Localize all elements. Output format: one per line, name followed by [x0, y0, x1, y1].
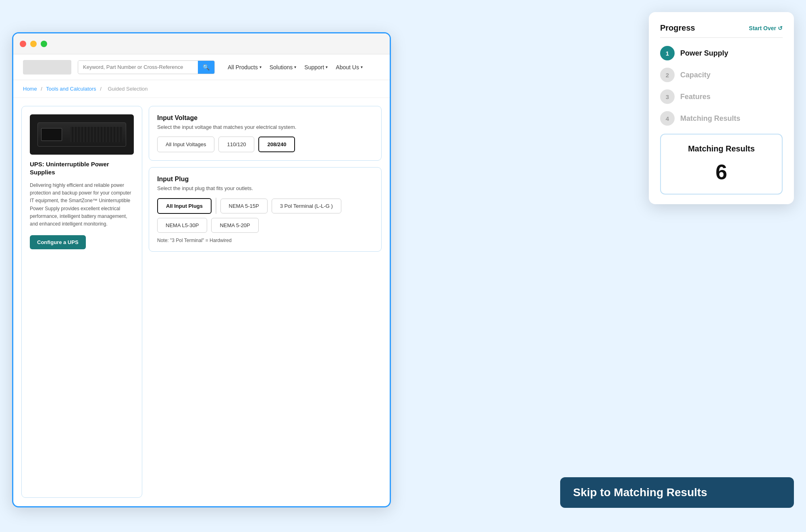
progress-steps: 1 Power Supply 2 Capacity 3 Features 4 M…: [660, 46, 783, 126]
search-bar: 🔍: [78, 60, 215, 74]
search-input[interactable]: [78, 61, 198, 73]
dot-red[interactable]: [20, 41, 26, 47]
step-circle-4: 4: [660, 111, 675, 126]
plug-all-btn[interactable]: All Input Plugs: [157, 198, 212, 214]
input-voltage-section: Input Voltage Select the input voltage t…: [149, 106, 382, 161]
step-circle-1: 1: [660, 46, 675, 60]
plug-3pol-btn[interactable]: 3 Pol Terminal (L-L-G ): [272, 199, 341, 213]
step-4[interactable]: 4 Matching Results: [660, 111, 783, 126]
product-title: UPS: Uninterruptible Power Supplies: [30, 160, 134, 176]
ups-device-image: [37, 122, 126, 147]
product-card: UPS: Uninterruptible Power Supplies Deli…: [21, 106, 142, 498]
plug-row-2: NEMA L5-30P NEMA 5-20P: [157, 218, 373, 233]
product-description: Delivering highly efficient and reliable…: [30, 182, 134, 228]
plug-options: All Input Plugs NEMA 5-15P 3 Pol Termina…: [157, 198, 373, 233]
input-plug-section: Input Plug Select the input plug that fi…: [149, 167, 382, 252]
step-label-1: Power Supply: [680, 49, 728, 58]
plug-nema520p-btn[interactable]: NEMA 5-20P: [211, 218, 258, 233]
progress-title: Progress: [660, 23, 695, 33]
configure-ups-button[interactable]: Configure a UPS: [30, 235, 86, 249]
browser-titlebar: [13, 33, 390, 54]
step-label-4: Matching Results: [680, 114, 740, 123]
chevron-down-icon: ▾: [260, 65, 262, 69]
browser-window: 🔍 All Products ▾ Solutions ▾ Support ▾ A…: [12, 32, 391, 507]
plug-note: Note: "3 Pol Terminal" = Hardwired: [157, 238, 373, 243]
voltage-208-btn[interactable]: 208/240: [258, 137, 295, 152]
breadcrumb-current: Guided Selection: [108, 86, 148, 92]
dot-yellow[interactable]: [30, 41, 37, 47]
refresh-icon: ↺: [778, 25, 783, 31]
progress-panel: Progress Start Over ↺ 1 Power Supply 2 C…: [649, 12, 794, 204]
chevron-down-icon: ▾: [326, 65, 328, 69]
nav-about-us[interactable]: About Us ▾: [336, 64, 363, 70]
plug-nemal530p-btn[interactable]: NEMA L5-30P: [157, 218, 207, 233]
logo: [23, 60, 71, 75]
step-circle-3: 3: [660, 89, 675, 104]
step-3[interactable]: 3 Features: [660, 89, 783, 104]
input-plug-subtitle: Select the input plug that fits your out…: [157, 185, 373, 191]
input-voltage-subtitle: Select the input voltage that matches yo…: [157, 124, 373, 130]
breadcrumb: Home / Tools and Calculators / Guided Se…: [13, 80, 390, 98]
nav-support[interactable]: Support ▾: [304, 64, 328, 70]
start-over-button[interactable]: Start Over ↺: [749, 25, 783, 31]
plug-nema515p-btn[interactable]: NEMA 5-15P: [220, 199, 268, 213]
nav-bar: 🔍 All Products ▾ Solutions ▾ Support ▾ A…: [13, 54, 390, 80]
voltage-110-btn[interactable]: 110/120: [218, 137, 254, 152]
input-plug-title: Input Plug: [157, 176, 373, 183]
matching-results-count: 6: [671, 160, 772, 184]
nav-solutions[interactable]: Solutions ▾: [270, 64, 297, 70]
voltage-options: All Input Voltages 110/120 208/240: [157, 137, 373, 152]
breadcrumb-tools[interactable]: Tools and Calculators: [46, 86, 96, 92]
chevron-down-icon: ▾: [294, 65, 296, 69]
product-image: [30, 114, 134, 155]
selection-panel: Input Voltage Select the input voltage t…: [149, 106, 382, 498]
chevron-down-icon: ▾: [361, 65, 363, 69]
dot-green[interactable]: [41, 41, 47, 47]
progress-header: Progress Start Over ↺: [660, 23, 783, 38]
nav-links: All Products ▾ Solutions ▾ Support ▾ Abo…: [228, 64, 363, 70]
plug-divider: [216, 198, 216, 214]
step-label-2: Capacity: [680, 71, 710, 79]
search-button[interactable]: 🔍: [198, 61, 214, 74]
breadcrumb-home[interactable]: Home: [23, 86, 37, 92]
step-1[interactable]: 1 Power Supply: [660, 46, 783, 60]
input-voltage-title: Input Voltage: [157, 114, 373, 122]
step-2[interactable]: 2 Capacity: [660, 68, 783, 82]
skip-bar[interactable]: Skip to Matching Results: [560, 477, 794, 508]
matching-results-card-title: Matching Results: [671, 144, 772, 153]
step-label-3: Features: [680, 93, 710, 101]
matching-results-card: Matching Results 6: [660, 134, 783, 195]
content-area: UPS: Uninterruptible Power Supplies Deli…: [13, 98, 390, 506]
voltage-all-btn[interactable]: All Input Voltages: [157, 137, 214, 152]
plug-row-1: All Input Plugs NEMA 5-15P 3 Pol Termina…: [157, 198, 373, 214]
nav-all-products[interactable]: All Products ▾: [228, 64, 262, 70]
step-circle-2: 2: [660, 68, 675, 82]
skip-text: Skip to Matching Results: [573, 486, 707, 499]
